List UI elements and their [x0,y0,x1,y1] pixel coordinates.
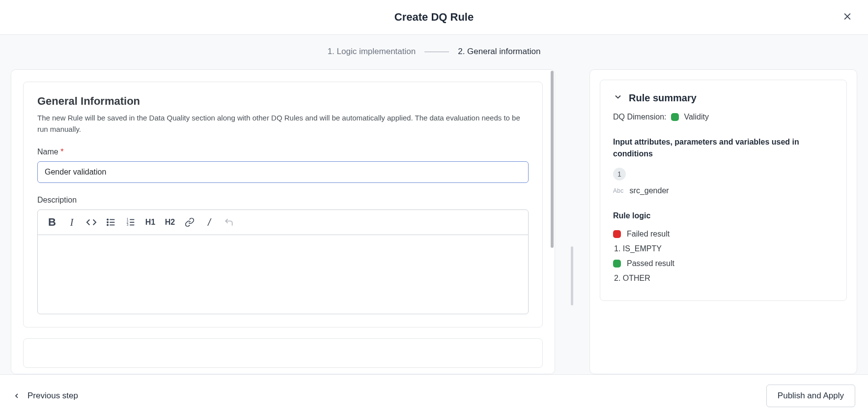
link-icon [185,217,195,227]
ordered-list-icon: 123 [125,217,136,228]
general-info-card: General Information The new Rule will be… [23,82,543,328]
ordered-list-button[interactable]: 123 [123,215,138,230]
modal-title: Create DQ Rule [394,11,474,24]
attr-name: src_gender [630,186,669,195]
chevron-left-icon [13,392,21,400]
step-logic-implementation[interactable]: 1. Logic implementation [328,47,416,57]
svg-point-6 [107,222,108,223]
close-button[interactable] [840,10,854,25]
undo-button[interactable] [222,215,236,230]
code-icon [86,217,97,228]
failed-icon [613,230,621,238]
dimension-label: DQ Dimension: [613,113,666,121]
main-panel: General Information The new Rule will be… [11,69,555,374]
description-editor-body[interactable] [38,235,528,314]
summary-title: Rule summary [629,92,697,104]
card-title: General Information [37,95,529,108]
next-card [23,338,543,368]
inputs-heading: Input attributes, parameters and variabl… [613,136,834,160]
close-icon [842,12,852,22]
publish-apply-button[interactable]: Publish and Apply [766,385,855,407]
bold-button[interactable]: B [45,215,59,230]
footer: Previous step Publish and Apply [0,374,868,417]
condition-1: 1. IS_EMPTY [614,244,834,253]
step-connector [424,52,449,52]
code-button[interactable] [84,215,99,230]
link-button[interactable] [182,215,197,230]
modal-header: Create DQ Rule [0,0,868,35]
rule-summary-card: Rule summary DQ Dimension: Validity Inpu… [600,80,847,301]
scrollbar[interactable] [551,71,554,248]
passed-icon [613,260,621,268]
divider-button[interactable]: / [202,215,217,230]
validity-icon [671,113,679,121]
svg-text:3: 3 [127,223,129,226]
rule-logic-heading: Rule logic [613,210,834,222]
svg-point-5 [107,219,108,220]
dimension-value: Validity [684,113,708,121]
required-marker: * [60,148,63,156]
stepper: 1. Logic implementation 2. General infor… [0,35,868,60]
italic-button[interactable]: I [64,215,79,230]
h1-button[interactable]: H1 [143,215,158,230]
name-input[interactable] [37,161,529,183]
inputs-count: 1 [613,168,626,180]
collapse-button[interactable] [613,92,623,104]
condition-2: 2. OTHER [614,274,834,283]
panel-resizer[interactable] [571,178,574,374]
bullet-list-button[interactable] [104,215,118,230]
attr-type-icon: Abc [613,187,624,194]
editor-toolbar: B I 123 H1 H2 / [38,210,528,235]
chevron-down-icon [613,92,623,102]
description-label: Description [37,196,529,205]
side-panel: Rule summary DQ Dimension: Validity Inpu… [589,69,857,374]
previous-step-button[interactable]: Previous step [13,391,78,401]
passed-label: Passed result [627,259,674,268]
svg-point-7 [107,224,108,225]
step-general-information[interactable]: 2. General information [458,47,540,57]
failed-label: Failed result [627,230,670,238]
rich-text-editor: B I 123 H1 H2 / [37,209,529,314]
card-description: The new Rule will be saved in the Data Q… [37,113,529,135]
bullet-list-icon [106,217,116,228]
undo-icon [224,217,234,227]
h2-button[interactable]: H2 [163,215,177,230]
name-label: Name * [37,148,529,156]
